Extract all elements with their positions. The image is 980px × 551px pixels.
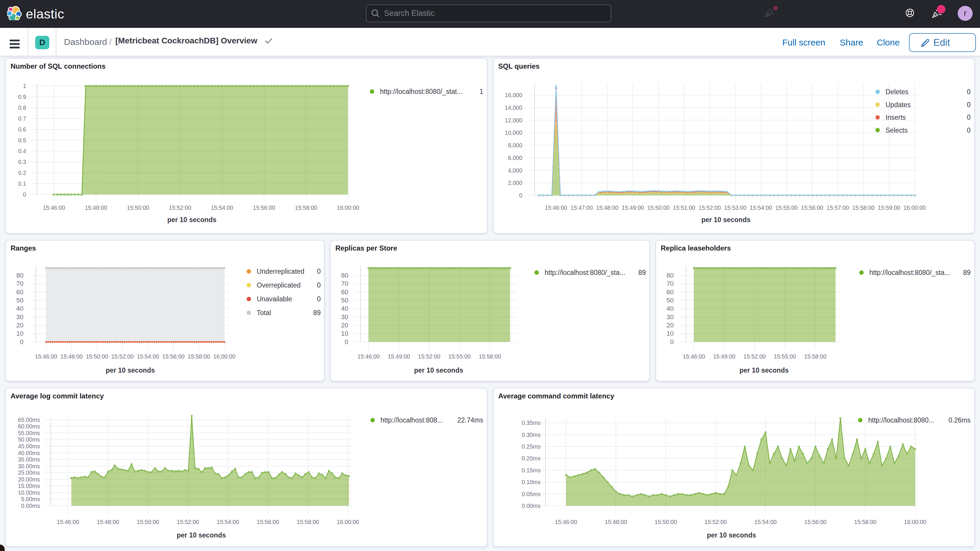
svg-text:per 10 seconds: per 10 seconds [167, 216, 216, 224]
svg-text:16,000: 16,000 [505, 92, 522, 98]
svg-text:10: 10 [16, 330, 24, 337]
svg-text:15.00ms: 15.00ms [18, 483, 40, 489]
svg-text:0: 0 [670, 338, 674, 346]
svg-text:per 10 seconds: per 10 seconds [177, 531, 226, 539]
svg-text:15:57:00: 15:57:00 [827, 204, 849, 211]
svg-text:0.5: 0.5 [18, 137, 26, 143]
svg-text:Unavailable: Unavailable [257, 295, 292, 303]
svg-text:15:58:00: 15:58:00 [854, 519, 877, 525]
svg-text:15:46:00: 15:46:00 [35, 353, 57, 360]
svg-text:16:00:00: 16:00:00 [213, 353, 235, 360]
svg-text:20.00ms: 20.00ms [18, 476, 40, 483]
svg-text:0.35ms: 0.35ms [522, 420, 541, 426]
svg-text:5.00ms: 5.00ms [21, 496, 40, 502]
svg-text:http://localhost:8080/_sta...: http://localhost:8080/_sta... [544, 269, 625, 276]
svg-text:30: 30 [667, 313, 674, 321]
svg-text:16:00:00: 16:00:00 [337, 519, 359, 525]
svg-text:0.2: 0.2 [18, 170, 26, 176]
svg-text:http://localhost:808...: http://localhost:808... [380, 416, 443, 424]
svg-text:35.00ms: 35.00ms [18, 456, 40, 463]
svg-text:15:58:00: 15:58:00 [479, 353, 501, 360]
svg-text:15:48:00: 15:48:00 [60, 353, 83, 360]
svg-text:15:55:00: 15:55:00 [774, 353, 796, 360]
svg-text:0: 0 [317, 295, 321, 303]
svg-text:40: 40 [667, 305, 674, 312]
svg-text:60: 60 [16, 288, 24, 296]
svg-text:40: 40 [16, 305, 24, 312]
svg-text:0: 0 [967, 101, 970, 108]
svg-text:15:49:00: 15:49:00 [622, 204, 644, 211]
svg-text:0: 0 [317, 281, 321, 289]
svg-text:per 10 seconds: per 10 seconds [106, 366, 154, 374]
svg-text:89: 89 [313, 309, 321, 317]
svg-text:15:58:00: 15:58:00 [853, 204, 875, 211]
svg-text:15:49:00: 15:49:00 [388, 353, 410, 360]
svg-text:20: 20 [341, 322, 348, 329]
svg-text:15:52:00: 15:52:00 [705, 519, 727, 525]
svg-text:50.00ms: 50.00ms [18, 436, 40, 443]
svg-text:2,000: 2,000 [508, 180, 522, 186]
svg-text:8,000: 8,000 [508, 142, 522, 148]
svg-text:15:56:00: 15:56:00 [253, 204, 275, 211]
svg-text:16:00:00: 16:00:00 [337, 204, 359, 211]
svg-text:15:56:00: 15:56:00 [257, 519, 279, 525]
svg-text:15:50:00: 15:50:00 [86, 353, 108, 360]
svg-text:15:50:00: 15:50:00 [655, 519, 677, 525]
svg-text:15:48:00: 15:48:00 [97, 519, 119, 525]
svg-text:15:52:00: 15:52:00 [169, 204, 191, 211]
svg-text:0: 0 [967, 113, 970, 121]
svg-text:0.15ms: 0.15ms [522, 467, 541, 473]
svg-text:70: 70 [667, 280, 674, 287]
svg-text:60.00ms: 60.00ms [18, 423, 40, 430]
svg-text:20: 20 [667, 322, 674, 329]
svg-text:0: 0 [20, 338, 24, 346]
svg-text:15:54:00: 15:54:00 [137, 353, 159, 360]
svg-text:15:52:00: 15:52:00 [177, 519, 199, 525]
svg-text:50: 50 [341, 297, 348, 304]
svg-text:15:58:00: 15:58:00 [295, 204, 317, 211]
svg-text:http://localhost:8080/_stat...: http://localhost:8080/_stat... [380, 88, 463, 96]
svg-text:15:54:00: 15:54:00 [217, 519, 239, 525]
svg-text:0: 0 [345, 338, 348, 346]
svg-text:15:58:00: 15:58:00 [188, 353, 210, 360]
svg-text:70: 70 [16, 280, 24, 287]
svg-text:per 10 seconds: per 10 seconds [414, 366, 463, 374]
svg-text:4,000: 4,000 [508, 167, 522, 174]
svg-text:0.1: 0.1 [18, 180, 26, 187]
svg-text:15:48:00: 15:48:00 [605, 519, 627, 525]
svg-text:0: 0 [967, 88, 970, 96]
svg-text:1: 1 [23, 83, 26, 89]
svg-text:per 10 seconds: per 10 seconds [707, 531, 756, 539]
svg-text:15:48:00: 15:48:00 [596, 204, 619, 211]
svg-text:50: 50 [16, 297, 24, 304]
svg-text:1: 1 [479, 88, 483, 96]
svg-text:80: 80 [341, 272, 348, 279]
svg-text:http://localhost:8080...: http://localhost:8080... [868, 416, 934, 424]
svg-text:0.20ms: 0.20ms [522, 455, 541, 462]
svg-text:0: 0 [967, 126, 970, 134]
svg-text:0.30ms: 0.30ms [522, 432, 541, 438]
svg-text:15:49:00: 15:49:00 [713, 353, 735, 360]
svg-text:15:59:00: 15:59:00 [878, 204, 900, 211]
svg-text:10,000: 10,000 [505, 129, 522, 136]
svg-text:15:53:00: 15:53:00 [724, 204, 746, 211]
svg-text:15:52:00: 15:52:00 [111, 353, 134, 360]
svg-text:Inserts: Inserts [886, 113, 906, 121]
svg-text:per 10 seconds: per 10 seconds [740, 366, 788, 374]
svg-text:6,000: 6,000 [508, 154, 522, 161]
svg-text:0.9: 0.9 [18, 94, 26, 100]
svg-text:15:47:00: 15:47:00 [570, 204, 593, 211]
svg-text:15:52:00: 15:52:00 [418, 353, 441, 360]
svg-text:30: 30 [16, 313, 24, 321]
svg-text:89: 89 [963, 269, 970, 276]
svg-text:0.05ms: 0.05ms [522, 491, 541, 497]
svg-text:14,000: 14,000 [505, 104, 522, 111]
svg-text:55.00ms: 55.00ms [18, 430, 40, 436]
svg-text:16:00:00: 16:00:00 [904, 204, 926, 211]
svg-text:0: 0 [23, 191, 26, 198]
svg-text:Overreplicated: Overreplicated [257, 281, 301, 289]
svg-text:15:55:00: 15:55:00 [448, 353, 471, 360]
svg-text:89: 89 [638, 269, 646, 276]
svg-text:15:51:00: 15:51:00 [673, 204, 695, 211]
svg-text:16:00:00: 16:00:00 [904, 519, 926, 525]
